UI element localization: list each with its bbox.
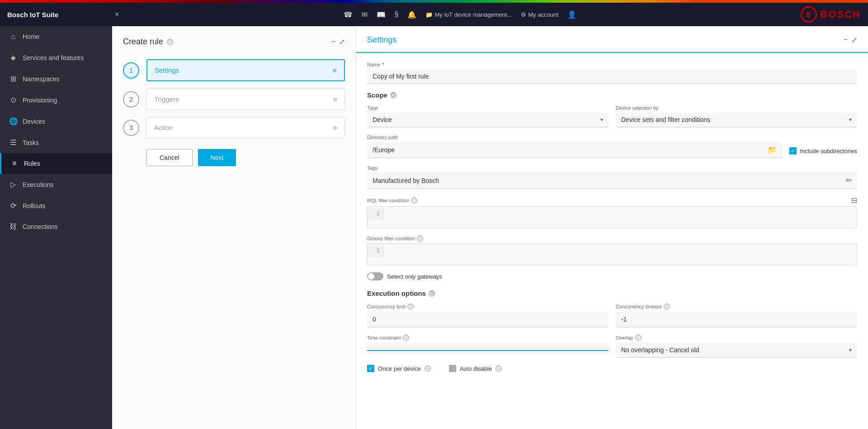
book-icon[interactable]: 📖 (377, 10, 386, 19)
next-button[interactable]: Next (198, 149, 236, 166)
panel-controls: − ⤢ (331, 37, 345, 46)
rql-code-line-2 (368, 217, 857, 220)
time-constraint-info-icon[interactable]: ⓘ (403, 335, 409, 341)
tags-value: Manufactured by Bosch (373, 177, 439, 184)
sidebar-item-rollouts-label: Rollouts (23, 202, 46, 210)
rql-code-content-1 (384, 209, 391, 217)
step-1-box[interactable]: Settings » (146, 59, 345, 81)
groovy-code-line-1: 1 (368, 246, 857, 254)
step-2-number: 2 (123, 91, 139, 107)
step-3-label: Action (154, 124, 173, 131)
sidebar-item-devices[interactable]: 🌐 Devices (0, 111, 112, 132)
step-2-box[interactable]: Triggers » (146, 89, 345, 110)
step-2-arrow-icon: » (333, 94, 337, 104)
groovy-line-num-1: 1 (368, 246, 384, 254)
sidebar-item-rules-label: Rules (24, 160, 40, 167)
type-chevron-icon: ▾ (600, 117, 603, 123)
concurrency-limit-info-icon[interactable]: ⓘ (407, 303, 414, 310)
user-icon[interactable]: 👤 (567, 10, 576, 19)
rql-code-line-1: 1 (368, 209, 857, 217)
tags-field[interactable]: Manufactured by Bosch ✏ (367, 173, 857, 189)
name-input[interactable] (367, 69, 857, 84)
time-constraint-field: Time constraint ⓘ (367, 335, 609, 358)
sidebar-item-home[interactable]: ⌂ Home (0, 26, 112, 47)
directory-folder-icon[interactable]: 📁 (768, 145, 777, 154)
my-account-nav[interactable]: ⚙ My account (521, 11, 558, 18)
bosch-circle-icon: B (801, 6, 817, 23)
concurrency-limit-label-row: Concurrency limit ⓘ (367, 303, 609, 310)
once-per-device-info-icon[interactable]: ⓘ (425, 365, 431, 372)
bosch-logo: B BOSCH (801, 6, 861, 23)
directory-path-label: Directory path (367, 135, 782, 140)
settings-minimize-icon[interactable]: − (844, 36, 848, 44)
type-field: Type Device ▾ (367, 105, 609, 127)
email-icon[interactable]: ✉ (362, 10, 368, 19)
overlap-value: No overlapping - Cancel old (621, 346, 699, 354)
rql-filter-action-icon[interactable]: ⊟ (851, 196, 857, 205)
execution-options-info-icon[interactable]: ⓘ (429, 290, 435, 297)
sidebar-item-services[interactable]: ◈ Services and features (0, 47, 112, 68)
header-close-icon[interactable]: × (114, 10, 119, 19)
settings-panel: Settings − ⤢ Name * Scope (356, 26, 868, 429)
notification-icon[interactable]: 🔔 (407, 10, 416, 19)
rql-filter-info-icon[interactable]: ⓘ (411, 197, 417, 204)
iot-device-nav[interactable]: 📁 My IoT device management... (425, 11, 512, 18)
settings-expand-icon[interactable]: ⤢ (851, 36, 857, 44)
bosch-text: BOSCH (821, 9, 861, 20)
expand-icon[interactable]: ⤢ (339, 37, 345, 46)
scope-title: Scope ⓘ (367, 91, 857, 99)
edit-icon[interactable]: ✏ (846, 176, 852, 185)
overlap-label-row: Overlap ⓘ (616, 335, 857, 341)
settings-header: Settings − ⤢ (356, 26, 868, 53)
groovy-filter-info-icon[interactable]: ⓘ (417, 235, 423, 242)
sidebar-item-namespaces[interactable]: ⊞ Namespaces (0, 68, 112, 89)
panel-info-icon[interactable]: ⓘ (167, 39, 173, 45)
time-constraint-label-row: Time constraint ⓘ (367, 335, 609, 341)
cancel-button[interactable]: Cancel (146, 149, 193, 166)
execution-options-title: Execution options ⓘ (367, 289, 857, 297)
sidebar-item-executions-label: Executions (23, 181, 53, 188)
select-only-gateways-toggle[interactable] (367, 272, 383, 280)
concurrency-timeout-label-row: Concurrency timeout ⓘ (616, 303, 857, 310)
executions-icon: ▷ (9, 180, 17, 189)
concurrency-timeout-info-icon[interactable]: ⓘ (664, 303, 670, 310)
device-selection-select[interactable]: Device sets and filter conditions ▾ (616, 112, 857, 127)
step-3-item: 3 Action » (123, 117, 345, 138)
rql-filter-editor[interactable]: 1 (367, 206, 857, 228)
sidebar-item-rules[interactable]: ≡ Rules (0, 153, 112, 174)
once-per-device-checkbox[interactable]: ✓ (367, 365, 374, 372)
overlap-info-icon[interactable]: ⓘ (635, 335, 642, 341)
directory-path-input[interactable]: /Europe 📁 (367, 142, 782, 158)
type-select[interactable]: Device ▾ (367, 112, 609, 127)
sidebar-item-executions[interactable]: ▷ Executions (0, 174, 112, 195)
sidebar-item-provisioning[interactable]: ⊙ Provisioning (0, 89, 112, 111)
minimize-icon[interactable]: − (331, 37, 335, 46)
groovy-filter-editor[interactable]: 1 (367, 243, 857, 265)
overlap-select[interactable]: No overlapping - Cancel old ▾ (616, 343, 857, 358)
step-3-box[interactable]: Action » (146, 117, 345, 138)
settings-body: Name * Scope ⓘ Type Device (356, 53, 868, 381)
home-icon: ⌂ (9, 33, 17, 41)
scope-info-icon[interactable]: ⓘ (390, 92, 396, 98)
include-subdirectories-checkbox[interactable]: ✓ (789, 147, 797, 154)
my-account-label: My account (528, 11, 558, 18)
auto-disable-info-icon[interactable]: ⓘ (495, 365, 502, 372)
sidebar-item-connections-label: Connections (23, 223, 58, 230)
tasks-icon: ☰ (9, 138, 17, 147)
once-per-device-row: ✓ Once per device ⓘ (367, 365, 431, 372)
phone-icon[interactable]: ☎ (344, 10, 353, 19)
rql-filter-group: RQL filter condition ⓘ ⊟ 1 (367, 196, 857, 228)
app-title: Bosch IoT Suite (7, 11, 58, 19)
time-constraint-input-field[interactable] (367, 343, 609, 351)
sidebar-item-tasks[interactable]: ☰ Tasks (0, 132, 112, 153)
sidebar-item-connections[interactable]: ⛓ Connections (0, 216, 112, 237)
section-icon[interactable]: § (395, 10, 399, 19)
button-row: Cancel Next (123, 149, 345, 166)
settings-title: Settings (367, 35, 396, 45)
device-selection-field: Device selection by Device sets and filt… (616, 105, 857, 127)
include-subdirectories-label: Include subdirectories (800, 148, 857, 154)
concurrency-timeout-value: -1 (621, 316, 627, 323)
sidebar-item-rollouts[interactable]: ⟳ Rollouts (0, 195, 112, 216)
auto-disable-checkbox[interactable] (449, 365, 456, 372)
step-3-arrow-icon: » (333, 123, 337, 132)
